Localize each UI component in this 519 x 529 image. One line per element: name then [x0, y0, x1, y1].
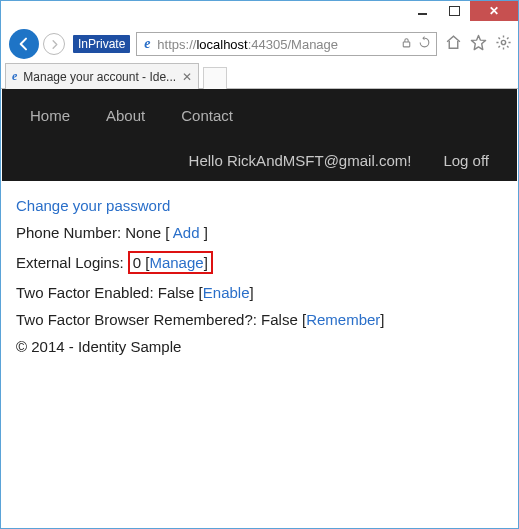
- phone-row: Phone Number: None [ Add ]: [16, 224, 503, 241]
- nav-contact[interactable]: Contact: [181, 107, 233, 124]
- browser-tab[interactable]: e Manage your account - Ide... ✕: [5, 63, 199, 89]
- window-maximize-button[interactable]: [438, 1, 470, 21]
- external-logins-highlight: 0 [Manage]: [128, 251, 213, 274]
- forward-button[interactable]: [43, 33, 65, 55]
- two-factor-remembered-row: Two Factor Browser Remembered?: False [R…: [16, 311, 503, 328]
- footer-text: © 2014 - Identity Sample: [16, 338, 503, 355]
- two-factor-remember-link[interactable]: Remember: [306, 311, 380, 328]
- window-titlebar: [1, 1, 518, 29]
- phone-value: None: [125, 224, 161, 241]
- external-logins-row: External Logins: 0 [Manage]: [16, 251, 503, 274]
- browser-nav-bar: InPrivate e https://localhost:44305/Mana…: [1, 29, 518, 59]
- tab-strip: e Manage your account - Ide... ✕: [1, 59, 518, 89]
- two-factor-enabled-value: False: [158, 284, 195, 301]
- tab-close-icon[interactable]: ✕: [182, 70, 192, 84]
- home-icon[interactable]: [445, 34, 462, 55]
- page-viewport: Home About Contact Hello RickAndMSFT@gma…: [2, 89, 517, 527]
- tab-title: Manage your account - Ide...: [23, 70, 176, 84]
- site-identity-icon[interactable]: e: [137, 36, 157, 52]
- two-factor-enabled-row: Two Factor Enabled: False [Enable]: [16, 284, 503, 301]
- svg-point-1: [501, 40, 505, 44]
- tab-favicon: e: [12, 69, 17, 84]
- refresh-icon[interactable]: [418, 35, 431, 53]
- tools-gear-icon[interactable]: [495, 34, 512, 55]
- change-password-link[interactable]: Change your password: [16, 197, 170, 214]
- external-logins-label: External Logins:: [16, 254, 128, 271]
- back-button[interactable]: [9, 29, 39, 59]
- nav-home[interactable]: Home: [30, 107, 70, 124]
- site-navbar: Home About Contact Hello RickAndMSFT@gma…: [2, 89, 517, 181]
- window-minimize-button[interactable]: [406, 1, 438, 21]
- address-bar[interactable]: e https://localhost:44305/Manage: [136, 32, 437, 56]
- external-logins-count: 0: [133, 254, 141, 271]
- nav-greeting[interactable]: Hello RickAndMSFT@gmail.com!: [189, 152, 412, 169]
- nav-logoff[interactable]: Log off: [443, 152, 489, 169]
- external-logins-manage-link[interactable]: Manage: [149, 254, 203, 271]
- nav-about[interactable]: About: [106, 107, 145, 124]
- lock-icon: [400, 35, 413, 53]
- page-content: Change your password Phone Number: None …: [16, 197, 503, 355]
- svg-rect-0: [403, 42, 410, 47]
- url-text[interactable]: https://localhost:44305/Manage: [157, 37, 395, 52]
- favorites-icon[interactable]: [470, 34, 487, 55]
- phone-add-link[interactable]: Add: [173, 224, 200, 241]
- two-factor-enabled-label: Two Factor Enabled:: [16, 284, 158, 301]
- inprivate-badge: InPrivate: [73, 35, 130, 53]
- two-factor-enable-link[interactable]: Enable: [203, 284, 250, 301]
- phone-label: Phone Number:: [16, 224, 125, 241]
- two-factor-remembered-label: Two Factor Browser Remembered?:: [16, 311, 261, 328]
- window-close-button[interactable]: [470, 1, 518, 21]
- two-factor-remembered-value: False: [261, 311, 298, 328]
- new-tab-button[interactable]: [203, 67, 227, 89]
